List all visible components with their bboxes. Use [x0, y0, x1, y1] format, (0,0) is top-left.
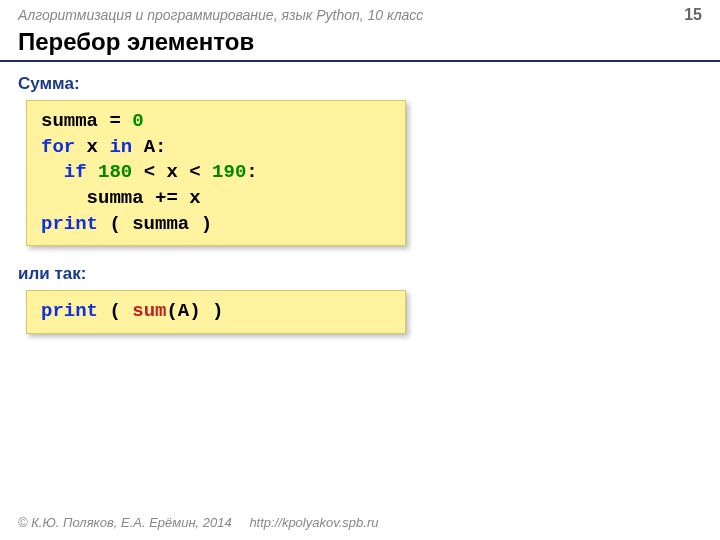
section-label-sum: Сумма:	[18, 74, 702, 94]
credit-text: © К.Ю. Поляков, Е.А. Ерёмин, 2014	[18, 515, 232, 530]
code-block-2: print ( sum(A) )	[26, 290, 406, 334]
code-block-1: summa = 0 for x in A: if 180 < x < 190: …	[26, 100, 406, 246]
page-number: 15	[684, 6, 702, 24]
code-line: summa = 0	[41, 109, 391, 135]
section-label-alt: или так:	[18, 264, 702, 284]
course-name: Алгоритмизация и программирование, язык …	[18, 7, 423, 23]
slide-footer: © К.Ю. Поляков, Е.А. Ерёмин, 2014 http:/…	[18, 515, 378, 530]
page-title: Перебор элементов	[0, 26, 720, 62]
code-line: print ( sum(A) )	[41, 299, 391, 325]
content-area: Сумма: summa = 0 for x in A: if 180 < x …	[0, 62, 720, 356]
footer-url: http://kpolyakov.spb.ru	[249, 515, 378, 530]
code-line: if 180 < x < 190:	[41, 160, 391, 186]
slide-header: Алгоритмизация и программирование, язык …	[0, 0, 720, 26]
code-line: for x in A:	[41, 135, 391, 161]
code-line: summa += x	[41, 186, 391, 212]
code-line: print ( summa )	[41, 212, 391, 238]
